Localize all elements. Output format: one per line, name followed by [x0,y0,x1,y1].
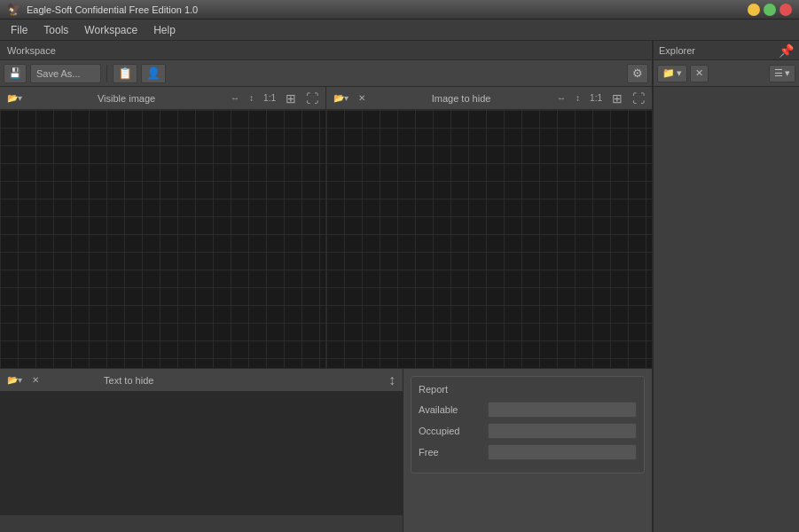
explorer-folder-btn[interactable]: 📁 ▾ [657,65,687,82]
toolbar-separator-1 [106,65,107,82]
hide-image-grid [326,110,652,368]
report-row-available: Available [419,402,637,418]
main-layout: Workspace 💾 Save As... 📋 👤 ⚙ [0,41,799,532]
explorer-panel: Explorer 📌 📁 ▾ ✕ ☰ ▾ [653,41,799,532]
menu-tools[interactable]: Tools [36,22,75,38]
hide-image-resize-horiz[interactable]: ↔ [553,90,569,106]
settings-icon: ⚙ [632,66,643,80]
explorer-menu-icon: ☰ [774,67,783,79]
visible-image-grid [0,110,325,368]
minimize-button[interactable] [748,4,760,16]
maximize-button[interactable] [764,4,776,16]
workspace-label: Workspace [7,45,56,56]
visible-image-fullscreen[interactable]: ⛶ [302,90,322,106]
save-as-label: Save As... [36,68,81,79]
save-icon: 💾 [9,67,21,79]
workspace-area: Workspace 💾 Save As... 📋 👤 ⚙ [0,41,653,532]
copy-button[interactable]: 📋 [113,64,137,83]
menu-workspace[interactable]: Workspace [77,22,145,38]
text-scroll-btn[interactable]: ↕ [385,372,399,388]
copy-icon: 📋 [118,66,132,80]
report-panel: Report Available Occupied Free [403,369,652,532]
visible-image-resize-horiz[interactable]: ↔ [227,90,243,106]
explorer-menu-btn[interactable]: ☰ ▾ [769,65,795,82]
save-button[interactable]: 💾 [4,64,27,83]
folder-open-icon: 📂▾ [7,93,22,103]
explorer-label: Explorer [659,45,695,56]
text-input[interactable] [0,392,403,514]
image-panels: 📂▾ Visible image ↔ ↕ 1:1 ⊞ ⛶ 📂▾ [0,87,652,368]
report-occupied-value [488,423,637,439]
visible-image-1to1[interactable]: 1:1 [260,90,279,106]
hide-image-fullscreen[interactable]: ⛶ [629,90,648,106]
explorer-close-btn[interactable]: ✕ [690,65,709,82]
text-panel-toolbar: 📂▾ ✕ Text to hide ↕ [0,369,403,392]
explorer-content [654,87,799,532]
report-free-label: Free [419,447,481,458]
hide-image-1to1[interactable]: 1:1 [586,90,606,106]
visible-image-canvas [0,110,325,368]
visible-image-fit[interactable]: ⊞ [282,90,300,106]
explorer-toolbar: 📁 ▾ ✕ ☰ ▾ [654,60,799,87]
title-text: Eagle-Soft Confidential Free Edition 1.0 [27,4,198,15]
text-area-container [0,392,403,514]
app-icon: 🦅 [7,3,21,16]
report-row-free: Free [419,444,637,460]
visible-image-open-btn[interactable]: 📂▾ [4,90,26,106]
explorer-header: Explorer 📌 [654,41,799,60]
explorer-folder-dropdown: ▾ [677,67,682,79]
hide-image-label: Image to hide [372,93,551,104]
workspace-label-bar: Workspace [0,41,652,60]
hide-image-toolbar: 📂▾ ✕ Image to hide ↔ ↕ 1:1 ⊞ ⛶ [326,87,652,110]
hide-image-fit[interactable]: ⊞ [608,90,626,106]
close-button[interactable] [779,4,792,16]
text-panel: 📂▾ ✕ Text to hide ↕ [0,369,403,532]
person-button[interactable]: 👤 [141,64,166,83]
save-as-button[interactable]: Save As... [30,64,101,83]
hide-image-close-btn[interactable]: ✕ [355,90,369,106]
text-panel-close-btn[interactable]: ✕ [28,372,43,388]
menu-file[interactable]: File [4,22,35,38]
menu-bar: File Tools Workspace Help [0,20,799,41]
text-panel-label: Text to hide [45,375,213,386]
report-group: Report Available Occupied Free [411,376,645,473]
person-icon: 👤 [146,66,161,80]
folder-open-icon-2: 📂▾ [333,93,349,103]
hide-image-panel: 📂▾ ✕ Image to hide ↔ ↕ 1:1 ⊞ ⛶ [326,87,652,368]
visible-image-label: Visible image [28,93,224,104]
text-panel-open-btn[interactable]: 📂▾ [4,372,26,388]
explorer-menu-dropdown: ▾ [785,67,790,79]
explorer-close-icon: ✕ [695,67,703,79]
explorer-folder-icon: 📁 [662,67,675,79]
text-open-icon: 📂▾ [7,375,22,385]
title-bar-left: 🦅 Eagle-Soft Confidential Free Edition 1… [7,3,198,16]
report-occupied-label: Occupied [419,426,481,436]
explorer-pin-icon[interactable]: 📌 [779,43,794,58]
title-bar-controls [748,4,792,16]
main-toolbar: 💾 Save As... 📋 👤 ⚙ [0,60,652,87]
hide-image-canvas [326,110,652,368]
visible-image-resize-vert[interactable]: ↕ [246,90,257,106]
report-title: Report [419,384,637,395]
visible-image-toolbar: 📂▾ Visible image ↔ ↕ 1:1 ⊞ ⛶ [0,87,325,110]
text-panel-bottom [0,514,403,532]
report-available-label: Available [419,404,481,415]
menu-help[interactable]: Help [146,22,183,38]
report-free-value [488,444,637,460]
visible-image-panel: 📂▾ Visible image ↔ ↕ 1:1 ⊞ ⛶ [0,87,326,368]
title-bar: 🦅 Eagle-Soft Confidential Free Edition 1… [0,0,799,20]
hide-image-resize-vert[interactable]: ↕ [572,90,584,106]
hide-image-open-btn[interactable]: 📂▾ [330,90,352,106]
settings-button[interactable]: ⚙ [627,64,648,83]
report-available-value [488,402,637,418]
bottom-section: 📂▾ ✕ Text to hide ↕ Report Available [0,368,652,532]
report-row-occupied: Occupied [419,423,637,439]
